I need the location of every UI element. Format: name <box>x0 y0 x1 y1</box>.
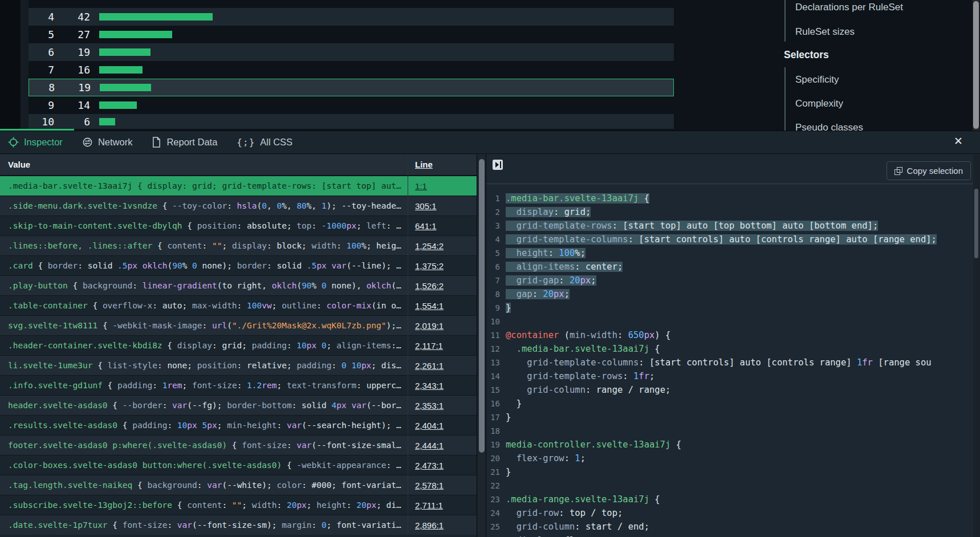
line-link[interactable]: 1,254:2 <box>415 236 444 256</box>
rule-value-cell[interactable]: header.svelte-asdas0 { --border: var(--f… <box>8 396 406 416</box>
table-scrollbar-track[interactable] <box>477 154 486 537</box>
table-row[interactable]: .card { border: solid .5px oklch(90% 0 n… <box>0 256 477 276</box>
chart-bar <box>99 101 137 109</box>
table-row[interactable]: .tag.length.svelte-naikeq { background: … <box>0 475 477 495</box>
table-row[interactable]: .subscribe.svelte-13gboj2::before { cont… <box>0 495 477 515</box>
table-row[interactable]: .skip-to-main-content.svelte-dbylqh { po… <box>0 216 477 236</box>
line-link[interactable]: 2,473:1 <box>415 455 444 475</box>
table-row[interactable]: .table-container { overflow-x: auto; max… <box>0 296 477 316</box>
chart-row-10[interactable]: 106 <box>29 114 674 129</box>
chart-row-5[interactable]: 527 <box>29 26 674 43</box>
editor-scrollbar-track[interactable] <box>973 154 980 537</box>
copy-selection-button[interactable]: Copy selection <box>887 161 971 180</box>
line-number: 4 <box>486 233 500 246</box>
line-link[interactable]: 1:1 <box>415 176 427 196</box>
rule-value-cell[interactable]: .tag.length.svelte-naikeq { background: … <box>8 475 406 495</box>
line-link[interactable]: 2,261:1 <box>415 356 444 376</box>
rule-value-cell[interactable]: .play-button { background: linear-gradie… <box>8 276 406 296</box>
toggle-panel-icon[interactable] <box>493 160 503 170</box>
chart-row-4[interactable]: 442 <box>29 8 674 26</box>
line-link[interactable]: 2,578:1 <box>415 475 444 495</box>
table-row[interactable]: .info.svelte-gd1unf { padding: 1rem; fon… <box>0 376 477 396</box>
line-number: 1 <box>486 192 500 205</box>
line-number: 20 <box>486 451 500 465</box>
rule-value-cell[interactable]: .color-boxes.svelte-asdas0 button:where(… <box>8 455 406 475</box>
code-line-2: 2 display: grid; <box>486 205 980 219</box>
rule-value-cell[interactable]: .date.svelte-1p7tuxr { font-size: var(--… <box>8 515 406 535</box>
table-row[interactable]: header.svelte-asdas0 { --border: var(--f… <box>0 396 477 416</box>
rule-value-cell[interactable]: .info.svelte-gd1unf { padding: 1rem; fon… <box>8 376 406 396</box>
tab-report-data[interactable]: Report Data <box>152 137 217 148</box>
code-line-20: 20 flex-grow: 1; <box>486 451 980 465</box>
line-link[interactable]: 2,353:1 <box>415 396 444 416</box>
window-scrollbar-thumb[interactable] <box>973 1 979 129</box>
line-link[interactable]: 2,711:1 <box>415 495 443 515</box>
chart-row-7[interactable]: 716 <box>29 61 674 79</box>
line-link[interactable]: 641:1 <box>415 216 437 236</box>
line-column-header[interactable]: Line <box>415 160 433 169</box>
editor-scrollbar-thumb[interactable] <box>974 189 978 258</box>
line-link[interactable]: 305:1 <box>415 196 437 216</box>
crosshair-icon <box>8 137 19 148</box>
code-line-9: 9} <box>486 301 980 315</box>
chart-row-6[interactable]: 619 <box>29 43 674 61</box>
table-row[interactable]: .lines::before, .lines::after { content:… <box>0 236 477 256</box>
rule-value-cell[interactable]: .card { border: solid .5px oklch(90% 0 n… <box>8 256 406 276</box>
line-link[interactable]: 1,526:2 <box>415 276 444 296</box>
sidebar-item-pseudo-classes[interactable]: Pseudo classes <box>795 122 863 131</box>
table-scrollbar-thumb[interactable] <box>479 159 485 453</box>
window-scrollbar-track[interactable] <box>973 0 979 131</box>
chart-row-label: 7 <box>29 64 54 76</box>
table-row[interactable]: .results.svelte-asdas0 { padding: 10px 5… <box>0 416 477 436</box>
rule-value-cell[interactable]: svg.svelte-1tw8111 { -webkit-mask-image:… <box>8 316 406 336</box>
line-link[interactable]: 2,444:1 <box>415 436 444 455</box>
line-link[interactable]: 2,896:1 <box>415 515 444 535</box>
table-row[interactable]: .side-menu.dark.svelte-1vsndze { --toy-c… <box>0 196 477 216</box>
line-link[interactable]: 2,117:1 <box>415 336 443 356</box>
tab-all-css[interactable]: {;}All CSS <box>237 137 292 148</box>
rule-value-cell[interactable]: .lines::before, .lines::after { content:… <box>8 236 406 256</box>
close-icon[interactable]: ✕ <box>954 136 963 147</box>
table-row[interactable]: .media-bar.svelte-13aai7j { display: gri… <box>0 176 477 196</box>
rule-value-cell[interactable]: li.svelte-1ume3ur { list-style: none; po… <box>8 356 406 376</box>
table-row[interactable]: li.svelte-1ume3ur { list-style: none; po… <box>0 356 477 376</box>
chart-section: 442527619716819914106 Declarations per R… <box>0 0 980 131</box>
value-column-header: Value <box>8 160 30 169</box>
line-number: 12 <box>486 342 500 356</box>
code-text: align-items: center; <box>506 260 623 274</box>
rule-value-cell[interactable]: .results.svelte-asdas0 { padding: 10px 5… <box>8 416 406 436</box>
tab-inspector[interactable]: Inspector <box>8 137 63 148</box>
table-row[interactable]: .header-container.svelte-kbdi8z { displa… <box>0 336 477 356</box>
rule-value-cell[interactable]: .side-menu.dark.svelte-1vsndze { --toy-c… <box>8 196 406 216</box>
table-row[interactable]: svg.svelte-1tw8111 { -webkit-mask-image:… <box>0 316 477 336</box>
line-link[interactable]: 1,375:2 <box>415 256 444 276</box>
code-text: media-controller.svelte-13aai7j { <box>506 438 681 451</box>
sidebar-item-declarations-per-ruleset[interactable]: Declarations per RuleSet <box>795 2 903 13</box>
chart-row-9[interactable]: 914 <box>29 96 674 114</box>
rule-value-cell[interactable]: .header-container.svelte-kbdi8z { displa… <box>8 336 406 356</box>
rule-value-cell[interactable]: .subscribe.svelte-13gboj2::before { cont… <box>8 495 406 515</box>
sidebar-item-complexity[interactable]: Complexity <box>795 98 843 109</box>
line-link[interactable]: 2,404:1 <box>415 416 444 436</box>
left-rail <box>0 0 21 131</box>
tab-network[interactable]: Network <box>82 137 133 148</box>
rule-value-cell[interactable]: .skip-to-main-content.svelte-dbylqh { po… <box>8 216 406 236</box>
line-link[interactable]: 1,554:1 <box>415 296 444 316</box>
line-link[interactable]: 2,019:1 <box>415 316 444 336</box>
table-row[interactable]: .color-boxes.svelte-asdas0 button:where(… <box>0 455 477 475</box>
table-row[interactable]: footer.svelte-asdas0 p:where(.svelte-asd… <box>0 436 477 455</box>
table-row[interactable]: .play-button { background: linear-gradie… <box>0 276 477 296</box>
line-number: 16 <box>486 397 500 410</box>
sidebar-item-ruleset-sizes[interactable]: RuleSet sizes <box>795 26 855 38</box>
line-link[interactable]: 2,343:1 <box>415 376 444 396</box>
rule-value-cell[interactable]: footer.svelte-asdas0 p:where(.svelte-asd… <box>8 436 406 455</box>
chart-bar <box>99 66 143 74</box>
chart-row-8[interactable]: 819 <box>29 79 674 96</box>
rules-table-header: Value Line <box>0 154 477 176</box>
rule-value-cell[interactable]: .table-container { overflow-x: auto; max… <box>8 296 406 316</box>
rule-value-cell[interactable]: .media-bar.svelte-13aai7j { display: gri… <box>8 176 406 196</box>
chart-row-label: 5 <box>29 29 54 40</box>
copy-selection-label: Copy selection <box>907 166 963 176</box>
table-row[interactable]: .date.svelte-1p7tuxr { font-size: var(--… <box>0 515 477 535</box>
sidebar-item-specificity[interactable]: Specificity <box>795 74 839 86</box>
